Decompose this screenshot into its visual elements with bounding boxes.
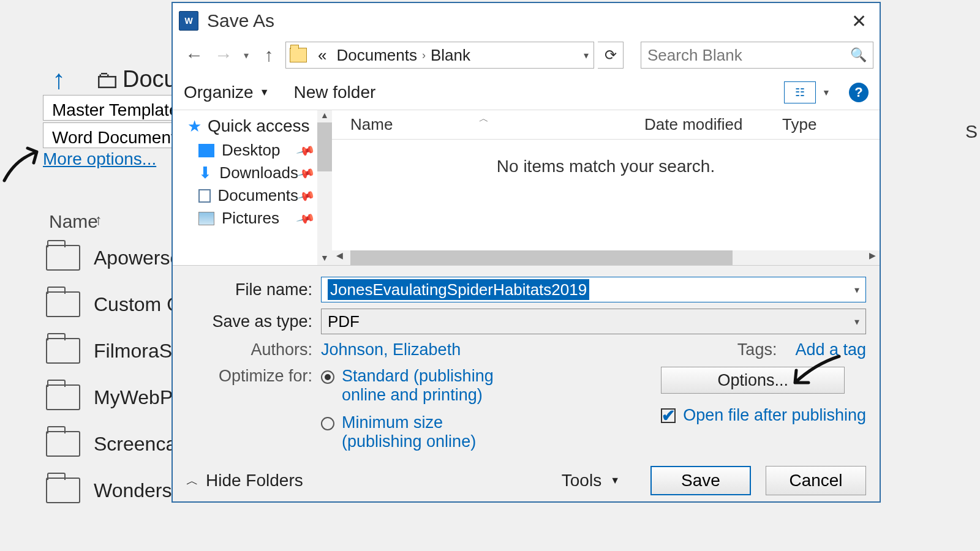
dialog-titlebar[interactable]: W Save As ✕: [173, 3, 880, 39]
search-input[interactable]: Search Blank 🔍: [641, 42, 873, 69]
refresh-button[interactable]: ⟳: [598, 42, 624, 69]
organize-button[interactable]: Organize▼: [184, 83, 269, 102]
scrollbar-thumb[interactable]: [317, 122, 332, 171]
help-button[interactable]: ?: [849, 83, 869, 102]
list-item[interactable]: Screencast: [46, 431, 192, 457]
scrollbar-thumb[interactable]: [350, 250, 733, 265]
cancel-button[interactable]: Cancel: [766, 466, 866, 495]
authors-value[interactable]: Johnson, Elizabeth: [321, 340, 461, 359]
sidebar-item-pictures[interactable]: Pictures📌: [198, 209, 332, 228]
folder-icon: [290, 48, 307, 62]
folder-open-icon: 🗀: [95, 66, 119, 94]
options-button[interactable]: Options...: [661, 367, 845, 394]
list-item[interactable]: Custom O: [46, 291, 182, 317]
scroll-down-icon[interactable]: ▼: [317, 253, 332, 265]
up-icon[interactable]: ↑: [52, 64, 66, 95]
scroll-right-icon[interactable]: ▶: [865, 250, 880, 265]
sort-asc-icon[interactable]: ↑: [95, 211, 102, 228]
authors-label: Authors:: [186, 340, 321, 359]
nav-forward-button: →: [211, 42, 236, 68]
sort-indicator-icon: ︿: [479, 113, 489, 126]
history-dropdown-icon[interactable]: ▾: [240, 50, 252, 61]
optimize-label: Optimize for:: [186, 367, 321, 386]
hide-folders-button[interactable]: ︿Hide Folders: [186, 471, 303, 490]
save-button[interactable]: Save: [650, 466, 751, 495]
column-date-modified[interactable]: Date modified: [644, 115, 782, 134]
more-options-link[interactable]: More options...: [43, 149, 156, 169]
search-icon[interactable]: 🔍: [850, 47, 867, 63]
nav-up-button[interactable]: ↑: [256, 42, 282, 68]
checkbox-checked-icon: ✔: [661, 408, 676, 423]
view-mode-button[interactable]: ☷: [784, 81, 816, 103]
scroll-up-icon[interactable]: ▲: [317, 110, 332, 122]
file-name-input[interactable]: JonesEvaulatingSpiderHabitats2019 ▾: [321, 277, 866, 302]
chevron-down-icon[interactable]: ▾: [584, 50, 589, 61]
view-mode-dropdown-icon[interactable]: ▼: [818, 88, 834, 97]
save-type-value: PDF: [322, 312, 366, 331]
chevron-down-icon: ▼: [610, 475, 620, 486]
star-icon: ★: [187, 117, 202, 136]
file-name-label: File name:: [186, 280, 321, 299]
radio-off-icon: [321, 417, 334, 430]
radio-standard[interactable]: Standard (publishing online and printing…: [321, 367, 501, 405]
radio-minimum-size[interactable]: Minimum size (publishing online): [321, 413, 501, 451]
folder-icon: [46, 384, 80, 410]
chevron-up-icon: ︿: [186, 473, 198, 489]
chevron-down-icon[interactable]: ▾: [854, 316, 859, 328]
sidebar-item-downloads[interactable]: ⬇Downloads📌: [198, 163, 332, 182]
column-headers: Name︿ Date modified Type: [332, 110, 880, 140]
list-item[interactable]: Apowerso: [46, 245, 181, 271]
address-bar[interactable]: « Documents › Blank ▾: [285, 42, 594, 69]
folder-icon: [46, 431, 80, 457]
radio-on-icon: [321, 370, 334, 384]
pictures-icon: [198, 212, 214, 225]
sidebar-item-desktop[interactable]: Desktop📌: [198, 141, 332, 160]
navigation-pane: ★Quick access Desktop📌 ⬇Downloads📌 Docum…: [173, 110, 332, 265]
file-name-value: JonesEvaulatingSpiderHabitats2019: [328, 279, 589, 300]
search-placeholder: Search Blank: [647, 46, 742, 65]
column-name[interactable]: Name︿: [332, 115, 644, 134]
nav-back-button[interactable]: ←: [181, 42, 207, 68]
tags-label: Tags:: [737, 340, 786, 359]
bg-name-header[interactable]: Name: [49, 211, 98, 232]
tags-value[interactable]: Add a tag: [795, 340, 866, 359]
pin-icon: 📌: [296, 163, 317, 183]
document-icon: [198, 189, 211, 203]
folder-icon: [46, 338, 80, 364]
bg-filename-dropdown[interactable]: Master Template 20: [43, 95, 178, 121]
folder-icon: [46, 478, 80, 503]
pin-icon: 📌: [296, 208, 317, 228]
quick-access-group[interactable]: ★Quick access: [187, 116, 332, 136]
chevron-down-icon: ▼: [260, 87, 270, 98]
save-type-dropdown[interactable]: PDF ▾: [321, 309, 866, 334]
save-as-dialog: W Save As ✕ ← → ▾ ↑ « Documents › Blank …: [172, 2, 881, 503]
breadcrumb-documents[interactable]: Documents: [331, 46, 422, 65]
pin-icon: 📌: [296, 140, 317, 160]
breadcrumb-blank[interactable]: Blank: [426, 46, 475, 65]
folder-icon: [46, 291, 80, 317]
new-folder-button[interactable]: New folder: [293, 83, 375, 102]
sidebar-item-documents[interactable]: Documents📌: [198, 186, 332, 205]
list-item[interactable]: FilmoraSc: [46, 338, 182, 364]
empty-list-message: No items match your search.: [332, 140, 880, 250]
tools-dropdown[interactable]: Tools▼: [562, 471, 620, 490]
cropped-letter: S: [965, 121, 978, 142]
bg-filetype-dropdown[interactable]: Word Document (*.: [43, 122, 178, 148]
scroll-left-icon[interactable]: ◀: [332, 250, 347, 265]
pin-icon: 📌: [296, 186, 317, 206]
close-button[interactable]: ✕: [842, 7, 876, 35]
chevron-down-icon[interactable]: ▾: [854, 284, 859, 296]
horizontal-scrollbar[interactable]: ◀ ▶: [332, 250, 880, 265]
open-after-publishing-checkbox[interactable]: ✔Open file after publishing: [661, 406, 866, 425]
column-type[interactable]: Type: [782, 115, 880, 134]
dialog-title: Save As: [207, 10, 842, 31]
breadcrumb-separator[interactable]: «: [313, 46, 331, 65]
save-type-label: Save as type:: [186, 312, 321, 331]
download-icon: ⬇: [198, 167, 212, 180]
word-app-icon: W: [179, 11, 198, 31]
desktop-icon: [198, 144, 214, 157]
folder-icon: [46, 245, 80, 271]
list-item[interactable]: Wondersh: [46, 478, 183, 503]
